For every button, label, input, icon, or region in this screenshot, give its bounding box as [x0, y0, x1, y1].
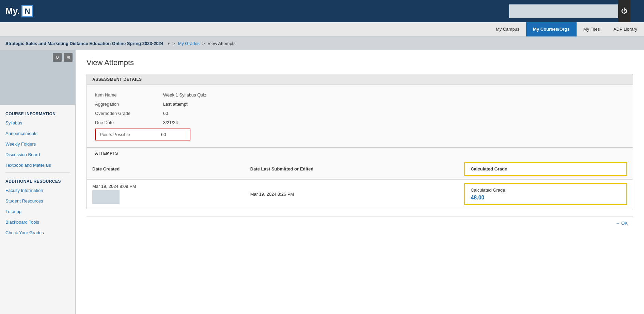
- attempt-thumbnail: [92, 190, 120, 204]
- assessment-details-box: ASSESSMENT DETAILS Item Name Week 1 Syll…: [87, 74, 633, 209]
- sidebar-divider: [5, 173, 70, 173]
- power-button[interactable]: ⏻: [618, 0, 630, 22]
- header-right: ⏻: [509, 0, 630, 22]
- course-dropdown-icon[interactable]: ▾: [168, 41, 170, 46]
- sidebar-item-student-resources[interactable]: Student Resources: [0, 196, 75, 206]
- calculated-grade-header-box: Calculated Grade: [464, 162, 627, 176]
- attempt-date-submitted: Mar 19, 2024 8:26 PM: [245, 180, 459, 209]
- breadcrumb: Strategic Sales and Marketing Distance E…: [0, 36, 644, 50]
- sidebar-refresh-btn[interactable]: ↻: [53, 53, 62, 62]
- main-layout: ↻ ⊞ COURSE INFORMATION Syllabus Announce…: [0, 50, 644, 314]
- course-info-header: COURSE INFORMATION: [0, 107, 75, 118]
- date-created-value: Mar 19, 2024 8:09 PM: [92, 184, 136, 189]
- breadcrumb-my-grades[interactable]: My Grades: [178, 41, 200, 46]
- tab-my-courses-orgs[interactable]: My Courses/Orgs: [526, 22, 577, 36]
- col-date-submitted: Date Last Submitted or Edited: [245, 159, 459, 180]
- attempts-table-header-row: Date Created Date Last Submitted or Edit…: [87, 159, 633, 180]
- tab-adp-library[interactable]: ADP Library: [607, 22, 644, 36]
- top-header: My. N ⏻: [0, 0, 644, 22]
- sidebar-image-area: ↻ ⊞: [0, 50, 75, 105]
- points-possible-row: Points Possible 60: [95, 129, 190, 140]
- sidebar-item-discussion-board[interactable]: Discussion Board: [0, 149, 75, 160]
- nav-bar: My Campus My Courses/Orgs My Files ADP L…: [0, 22, 644, 36]
- detail-row-overridden-grade: Overridden Grade 60: [95, 109, 625, 118]
- sidebar-item-announcements[interactable]: Announcements: [0, 128, 75, 139]
- calculated-grade-value-box: Calculated Grade 48.00: [464, 183, 627, 205]
- due-date-value: 3/21/24: [163, 120, 178, 125]
- item-name-label: Item Name: [95, 92, 163, 98]
- attempts-table: Date Created Date Last Submitted or Edit…: [87, 159, 633, 209]
- logo-area: My. N: [5, 5, 33, 17]
- aggregation-value: Last attempt: [163, 102, 188, 107]
- due-date-label: Due Date: [95, 120, 163, 125]
- sidebar: ↻ ⊞ COURSE INFORMATION Syllabus Announce…: [0, 50, 76, 314]
- tab-my-campus[interactable]: My Campus: [489, 22, 526, 36]
- ok-button[interactable]: ← OK: [616, 221, 628, 226]
- logo-n-box: N: [21, 5, 33, 17]
- sidebar-item-blackboard-tools[interactable]: Blackboard Tools: [0, 217, 75, 227]
- additional-resources-header: ADDITIONAL RESOURCES: [0, 175, 75, 185]
- attempt-date-created: Mar 19, 2024 8:09 PM: [87, 180, 245, 209]
- sidebar-item-syllabus[interactable]: Syllabus: [0, 118, 75, 128]
- sidebar-item-check-grades[interactable]: Check Your Grades: [0, 227, 75, 238]
- breadcrumb-course[interactable]: Strategic Sales and Marketing Distance E…: [5, 41, 163, 46]
- sidebar-item-faculty-info[interactable]: Faculty Information: [0, 185, 75, 196]
- logo-my-text: My.: [5, 6, 19, 16]
- page-title: View Attempts: [87, 58, 633, 67]
- points-possible-value: 60: [161, 132, 166, 137]
- calculated-grade-value: Calculated Grade: [471, 188, 505, 193]
- tab-my-files[interactable]: My Files: [577, 22, 607, 36]
- sidebar-folder-btn[interactable]: ⊞: [64, 53, 73, 62]
- sidebar-nav: COURSE INFORMATION Syllabus Announcement…: [0, 105, 75, 314]
- attempts-section-header: ATTEMPTS: [87, 147, 633, 159]
- assessment-details-header: ASSESSMENT DETAILS: [87, 74, 633, 85]
- breadcrumb-current: View Attempts: [208, 41, 236, 46]
- sidebar-item-tutoring[interactable]: Tutoring: [0, 206, 75, 217]
- col-date-created: Date Created: [87, 159, 245, 180]
- content-area: View Attempts ASSESSMENT DETAILS Item Na…: [76, 50, 644, 314]
- breadcrumb-sep2: >: [202, 41, 205, 46]
- sidebar-item-weekly-folders[interactable]: Weekly Folders: [0, 139, 75, 149]
- detail-row-item-name: Item Name Week 1 Syllabus Quiz: [95, 90, 625, 100]
- col-calculated-grade: Calculated Grade: [459, 159, 633, 180]
- overridden-grade-label: Overridden Grade: [95, 111, 163, 116]
- detail-row-due-date: Due Date 3/21/24: [95, 118, 625, 127]
- sidebar-item-textbook[interactable]: Textbook and Materials: [0, 160, 75, 170]
- overridden-grade-value: 60: [163, 111, 168, 116]
- table-row: Mar 19, 2024 8:09 PM Mar 19, 2024 8:26 P…: [87, 180, 633, 209]
- attempt-calculated-grade-cell: Calculated Grade 48.00: [459, 180, 633, 209]
- assessment-details-content: Item Name Week 1 Syllabus Quiz Aggregati…: [87, 85, 633, 147]
- ok-bar: ← OK: [87, 216, 633, 230]
- grade-number: 48.00: [471, 195, 621, 201]
- points-possible-label: Points Possible: [100, 132, 161, 137]
- aggregation-label: Aggregation: [95, 102, 163, 107]
- breadcrumb-sep1: >: [173, 41, 175, 46]
- item-name-value: Week 1 Syllabus Quiz: [163, 92, 206, 98]
- detail-row-aggregation: Aggregation Last attempt: [95, 100, 625, 109]
- header-search-area: [509, 4, 618, 18]
